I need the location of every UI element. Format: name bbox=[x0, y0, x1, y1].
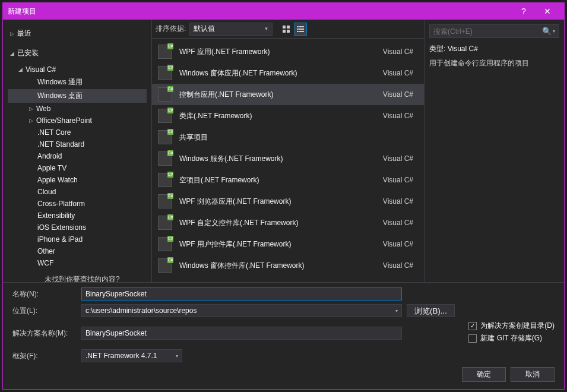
checkbox-icon bbox=[468, 334, 477, 343]
category-tree: ▷最近 ◢已安装 ◢Visual C# Windows 通用Windows 桌面… bbox=[3, 20, 151, 282]
location-dropdown[interactable]: c:\users\administrator\source\repos ▾ bbox=[81, 304, 402, 317]
template-name: WPF 浏览器应用(.NET Framework) bbox=[179, 197, 376, 207]
svg-rect-7 bbox=[299, 29, 304, 30]
template-lang: Visual C# bbox=[383, 197, 418, 206]
template-icon: C# bbox=[158, 194, 172, 208]
template-name: Windows 服务(.NET Framework) bbox=[179, 154, 376, 164]
tree-item[interactable]: Other bbox=[8, 245, 147, 257]
chevron-down-icon: ▼ bbox=[264, 26, 268, 31]
tree-item[interactable]: Extensibility bbox=[8, 210, 147, 222]
close-button[interactable]: ✕ bbox=[536, 7, 559, 16]
template-name: 共享项目 bbox=[179, 132, 406, 143]
view-large-icons-button[interactable] bbox=[280, 23, 293, 36]
tree-label: WCF bbox=[37, 259, 53, 267]
center-panel: 排序依据: 默认值 ▼ C#WPF 应用(.NET Framework)Visu… bbox=[151, 20, 425, 282]
solution-name-label: 解决方案名称(M): bbox=[12, 328, 77, 339]
template-name: WPF 自定义控件库(.NET Framework) bbox=[179, 218, 376, 228]
template-icon: C# bbox=[158, 173, 172, 187]
template-item[interactable]: C#WPF 用户控件库(.NET Framework)Visual C# bbox=[152, 233, 424, 255]
browse-button[interactable]: 浏览(B)... bbox=[407, 304, 455, 317]
svg-rect-5 bbox=[299, 26, 304, 27]
main-area: ▷最近 ◢已安装 ◢Visual C# Windows 通用Windows 桌面… bbox=[3, 20, 564, 282]
svg-rect-1 bbox=[287, 26, 290, 29]
template-item[interactable]: C#共享项目 bbox=[152, 127, 424, 148]
svg-rect-0 bbox=[283, 26, 286, 29]
tree-visual-csharp[interactable]: ◢Visual C# bbox=[8, 64, 147, 75]
template-item[interactable]: C#WPF 浏览器应用(.NET Framework)Visual C# bbox=[152, 191, 424, 212]
checkbox-icon: ✓ bbox=[468, 322, 477, 330]
chevron-down-icon: ▾ bbox=[176, 353, 178, 359]
search-icon: 🔍 bbox=[542, 27, 552, 36]
template-item[interactable]: C#空项目(.NET Framework)Visual C# bbox=[152, 169, 424, 191]
new-project-dialog: 新建项目 ? ✕ ▷最近 ◢已安装 ◢Visual C# Windows 通用W… bbox=[2, 2, 565, 390]
tree-item[interactable]: .NET Core bbox=[8, 127, 147, 138]
view-list-button[interactable] bbox=[294, 23, 307, 36]
template-icon: C# bbox=[158, 130, 172, 144]
bottom-form: 名称(N): 位置(L): c:\users\administrator\sou… bbox=[3, 282, 564, 389]
tree-item[interactable]: Apple Watch bbox=[8, 174, 147, 186]
template-icon: C# bbox=[158, 87, 172, 102]
sort-dropdown[interactable]: 默认值 ▼ bbox=[189, 23, 273, 36]
template-item[interactable]: C#WPF 自定义控件库(.NET Framework)Visual C# bbox=[152, 212, 424, 233]
tree-label: Office/SharePoint bbox=[36, 116, 92, 125]
project-name-input[interactable] bbox=[81, 287, 402, 301]
tree-item[interactable]: Apple TV bbox=[8, 162, 147, 174]
tree-label: Other bbox=[37, 247, 55, 255]
tree-label: Extensibility bbox=[37, 211, 75, 220]
tree-label: Cross-Platform bbox=[37, 200, 85, 208]
create-directory-checkbox[interactable]: ✓ 为解决方案创建目录(D) bbox=[468, 321, 555, 331]
tree-label: iPhone & iPad bbox=[37, 235, 83, 244]
tree-item[interactable]: ▷Office/SharePoint bbox=[8, 115, 147, 127]
grid-icon bbox=[282, 25, 290, 33]
tree-label: .NET Standard bbox=[37, 140, 84, 148]
tree-recent[interactable]: ▷最近 bbox=[8, 27, 147, 40]
location-value: c:\users\administrator\source\repos bbox=[85, 306, 197, 315]
tree-item[interactable]: Android bbox=[8, 150, 147, 162]
tree-item[interactable]: iOS Extensions bbox=[8, 222, 147, 233]
tree-item[interactable]: Windows 通用 bbox=[8, 75, 147, 89]
help-button[interactable]: ? bbox=[512, 7, 536, 16]
tree-item[interactable]: .NET Standard bbox=[8, 138, 147, 150]
template-lang: Visual C# bbox=[383, 176, 418, 184]
template-lang: Visual C# bbox=[383, 240, 418, 248]
tree-item[interactable]: Windows 桌面 bbox=[8, 89, 147, 103]
cancel-button[interactable]: 取消 bbox=[511, 367, 555, 382]
template-name: WPF 用户控件库(.NET Framework) bbox=[179, 239, 376, 249]
tree-item[interactable]: WCF bbox=[8, 257, 147, 269]
template-icon: C# bbox=[158, 45, 172, 59]
list-icon bbox=[296, 25, 305, 33]
tree-item[interactable]: Cross-Platform bbox=[8, 198, 147, 210]
template-lang: Visual C# bbox=[383, 69, 418, 77]
template-item[interactable]: C#WPF 应用(.NET Framework)Visual C# bbox=[152, 41, 424, 62]
tree-item[interactable]: ▷Web bbox=[8, 103, 147, 115]
tree-item[interactable]: Cloud bbox=[8, 186, 147, 198]
svg-rect-6 bbox=[297, 29, 299, 30]
solution-name-input[interactable] bbox=[81, 327, 402, 340]
tree-installed[interactable]: ◢已安装 bbox=[8, 46, 147, 60]
template-lang: Visual C# bbox=[383, 261, 418, 270]
template-item[interactable]: C#Windows 窗体控件库(.NET Framework)Visual C# bbox=[152, 255, 424, 276]
search-box[interactable]: 🔍▾ bbox=[429, 24, 559, 38]
new-git-checkbox[interactable]: 新建 GIT 存储库(G) bbox=[468, 333, 555, 343]
template-item[interactable]: C#Windows 窗体应用(.NET Framework)Visual C# bbox=[152, 62, 424, 84]
svg-rect-2 bbox=[283, 30, 286, 33]
template-item[interactable]: C#控制台应用(.NET Framework)Visual C# bbox=[152, 84, 424, 105]
tree-label: Cloud bbox=[37, 188, 56, 196]
tree-label: Visual C# bbox=[26, 65, 56, 74]
template-item[interactable]: C#类库(.NET Framework)Visual C# bbox=[152, 105, 424, 127]
tree-item[interactable]: iPhone & iPad bbox=[8, 233, 147, 245]
framework-value: .NET Framework 4.7.1 bbox=[85, 352, 157, 360]
framework-label: 框架(F): bbox=[12, 351, 77, 361]
framework-dropdown[interactable]: .NET Framework 4.7.1 ▾ bbox=[81, 349, 182, 362]
template-item[interactable]: C#Windows 服务(.NET Framework)Visual C# bbox=[152, 148, 424, 169]
template-lang: Visual C# bbox=[383, 112, 418, 120]
template-icon: C# bbox=[158, 237, 172, 251]
ok-button[interactable]: 确定 bbox=[462, 367, 506, 382]
template-toolbar: 排序依据: 默认值 ▼ bbox=[152, 20, 424, 39]
template-list[interactable]: C#WPF 应用(.NET Framework)Visual C#C#Windo… bbox=[152, 39, 424, 282]
template-name: 空项目(.NET Framework) bbox=[179, 175, 376, 185]
search-input[interactable] bbox=[433, 27, 542, 36]
tree-label: 最近 bbox=[17, 29, 31, 39]
chevron-down-icon: ▾ bbox=[553, 29, 555, 34]
location-label: 位置(L): bbox=[12, 306, 77, 316]
